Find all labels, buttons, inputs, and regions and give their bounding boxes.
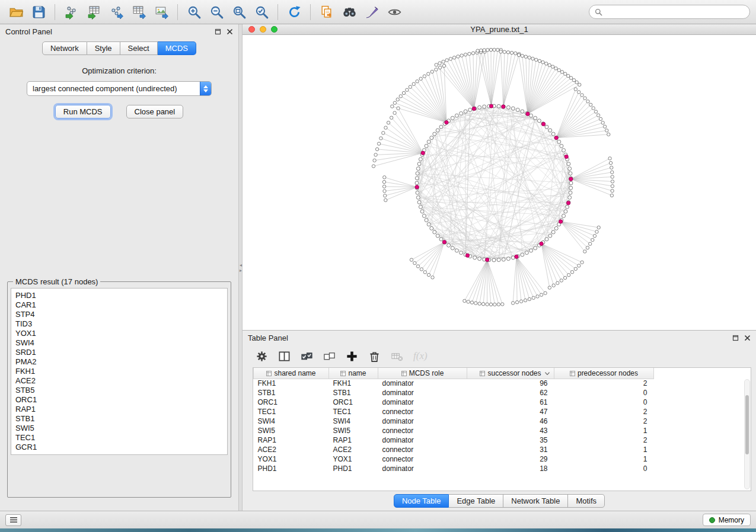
window-zoom-button[interactable] (271, 26, 277, 33)
mcds-result-item[interactable]: SWI5 (15, 424, 223, 433)
delete-column-button[interactable] (368, 350, 381, 363)
table-cell[interactable]: 62 (467, 388, 554, 398)
column-header-successor-nodes[interactable]: successor nodes (467, 368, 554, 379)
import-table-button[interactable] (84, 2, 104, 22)
run-mcds-button[interactable]: Run MCDS (55, 105, 111, 118)
table-cell[interactable]: 46 (467, 416, 554, 426)
table-cell[interactable]: 47 (467, 407, 554, 416)
search-box[interactable] (589, 5, 750, 19)
mcds-result-item[interactable]: TEC1 (15, 433, 223, 443)
mcds-result-item[interactable]: ORC1 (15, 395, 223, 405)
table-cell[interactable]: dominator (378, 388, 467, 398)
column-header-MCDS-role[interactable]: MCDS role (378, 368, 467, 379)
table-row[interactable]: STB1STB1dominator620 (254, 388, 744, 398)
network-graph[interactable] (243, 35, 756, 330)
table-row[interactable]: SWI5SWI5connector431 (254, 426, 744, 435)
export-table-button[interactable] (129, 2, 149, 22)
import-network-button[interactable] (61, 2, 81, 22)
tab-select[interactable]: Select (120, 41, 158, 55)
table-row[interactable]: SWI4SWI4dominator462 (254, 416, 744, 426)
table-tab-edge-table[interactable]: Edge Table (449, 494, 503, 508)
network-window-titlebar[interactable]: YPA_prune.txt_1 (243, 24, 756, 35)
panel-split-divider[interactable]: ◂▸ (238, 24, 243, 511)
tab-style[interactable]: Style (87, 41, 120, 55)
table-cell[interactable]: ORC1 (254, 398, 329, 407)
table-row[interactable]: ORC1ORC1dominator610 (254, 398, 744, 407)
table-settings-button[interactable] (256, 350, 268, 363)
mcds-result-item[interactable]: SWI4 (15, 338, 223, 348)
tab-mcds[interactable]: MCDS (158, 41, 196, 55)
mcds-result-item[interactable]: STP4 (15, 310, 223, 319)
mcds-result-item[interactable]: PHD1 (15, 291, 223, 300)
optimization-criterion-dropdown[interactable]: largest connected component (undirected) (27, 81, 212, 96)
open-session-button[interactable] (6, 2, 26, 22)
table-cell[interactable]: connector (378, 407, 467, 416)
table-cell[interactable]: dominator (378, 379, 467, 388)
table-cell[interactable]: SWI5 (254, 426, 329, 435)
table-cell[interactable]: 0 (554, 388, 654, 398)
zoom-fit-button[interactable] (229, 2, 249, 22)
select-all-columns-button[interactable] (301, 350, 313, 363)
table-cell[interactable]: RAP1 (329, 435, 378, 445)
table-cell[interactable]: 2 (554, 416, 654, 426)
search-input[interactable] (606, 8, 744, 17)
table-cell[interactable]: dominator (378, 464, 467, 473)
table-cell[interactable]: SWI4 (329, 416, 378, 426)
close-panel-button[interactable]: Close panel (126, 105, 184, 118)
table-cell[interactable]: 43 (467, 426, 554, 435)
table-cell[interactable]: dominator (378, 435, 467, 445)
table-cell[interactable]: connector (378, 445, 467, 454)
mcds-result-list[interactable]: PHD1CAR1STP4TID3YOX1SWI4SRD1PMA2FKH1ACE2… (11, 288, 228, 455)
first-neighbors-button[interactable] (339, 2, 359, 22)
table-row[interactable]: ACE2ACE2connector311 (254, 445, 744, 454)
table-cell[interactable]: connector (378, 454, 467, 464)
table-cell[interactable]: YOX1 (254, 454, 329, 464)
divider-grip-icon[interactable]: ◂▸ (240, 262, 242, 273)
mcds-result-item[interactable]: SRD1 (15, 348, 223, 357)
table-row[interactable]: YOX1YOX1connector291 (254, 454, 744, 464)
table-cell[interactable]: SWI5 (329, 426, 378, 435)
mcds-result-item[interactable]: FKH1 (15, 367, 223, 376)
table-cell[interactable]: YOX1 (329, 454, 378, 464)
zoom-out-button[interactable] (206, 2, 227, 22)
table-cell[interactable]: 0 (554, 398, 654, 407)
table-cell[interactable]: STB1 (329, 388, 378, 398)
mcds-result-item[interactable]: STB1 (15, 414, 223, 424)
table-cell[interactable]: STB1 (254, 388, 329, 398)
table-cell[interactable]: 61 (467, 398, 554, 407)
window-minimize-button[interactable] (260, 26, 266, 33)
column-header-shared-name[interactable]: shared name (254, 368, 329, 379)
table-cell[interactable]: ACE2 (329, 445, 378, 454)
table-tab-network-table[interactable]: Network Table (503, 494, 568, 508)
table-cell[interactable]: 96 (467, 379, 554, 388)
table-vertical-scrollbar[interactable] (744, 379, 750, 489)
close-panel-icon[interactable] (227, 28, 233, 35)
save-session-button[interactable] (28, 2, 49, 22)
column-header-name[interactable]: name (329, 368, 378, 379)
deselect-all-columns-button[interactable] (323, 350, 336, 363)
table-cell[interactable]: 2 (554, 379, 654, 388)
tab-network[interactable]: Network (42, 41, 87, 55)
table-cell[interactable]: FKH1 (329, 379, 378, 388)
table-row[interactable]: RAP1RAP1dominator352 (254, 435, 744, 445)
mcds-result-item[interactable]: CAR1 (15, 300, 223, 310)
style-button[interactable] (362, 2, 382, 22)
table-cell[interactable]: TEC1 (254, 407, 329, 416)
table-cell[interactable]: connector (378, 426, 467, 435)
float-panel-icon[interactable] (732, 335, 739, 341)
window-close-button[interactable] (248, 26, 255, 33)
mcds-result-item[interactable]: GCR1 (15, 443, 223, 452)
table-cell[interactable]: PHD1 (254, 464, 329, 473)
mcds-result-item[interactable]: TID3 (15, 319, 223, 329)
mcds-result-item[interactable]: RAP1 (15, 405, 223, 414)
table-cell[interactable]: 1 (554, 445, 654, 454)
mcds-result-item[interactable]: YOX1 (15, 329, 223, 338)
table-cell[interactable]: 2 (554, 435, 654, 445)
table-cell[interactable]: SWI4 (254, 416, 329, 426)
table-row[interactable]: FKH1FKH1dominator962 (254, 379, 744, 388)
table-tab-motifs[interactable]: Motifs (568, 494, 605, 508)
table-cell[interactable]: 1 (554, 426, 654, 435)
table-cell[interactable]: 31 (467, 445, 554, 454)
mcds-result-item[interactable]: ACE2 (15, 376, 223, 386)
memory-button[interactable]: Memory (703, 514, 751, 526)
